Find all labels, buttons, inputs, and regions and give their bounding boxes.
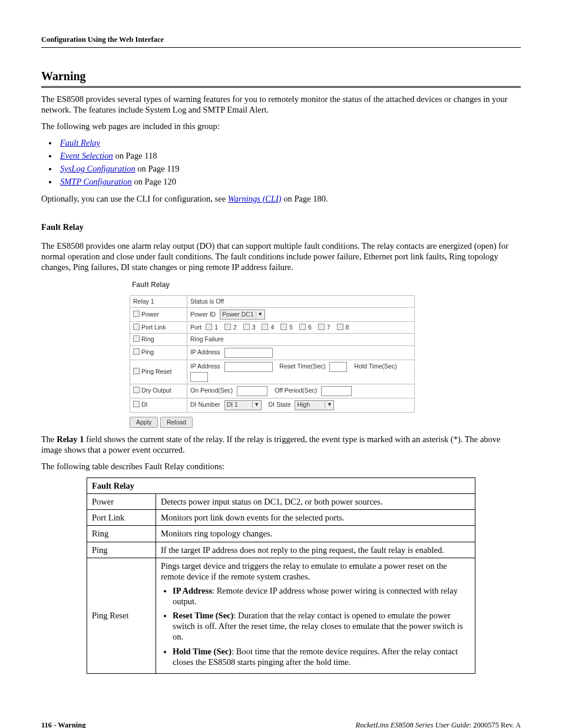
power-id-dropdown[interactable]: Power DC1▼	[220, 309, 265, 319]
form-table: Relay 1 Status is Off Power Power ID Pow…	[130, 295, 415, 412]
port-1-checkbox[interactable]	[206, 324, 212, 330]
pingreset-items: IP Address: Remote device IP address who…	[161, 585, 470, 667]
table-row: Power Detects power input status on DC1,…	[87, 494, 475, 510]
ping-ip-label: IP Address	[190, 348, 220, 355]
reset-time-label: Reset Time(Sec)	[279, 363, 325, 370]
reload-button[interactable]: Reload	[160, 417, 193, 428]
pingreset-ip-label: IP Address	[190, 363, 220, 370]
page-footer: 116 - Warning RocketLinx ES8508 Series U…	[41, 721, 521, 728]
list-item: SMTP Configuration on Page 120	[58, 176, 521, 187]
table-row: Ping Reset Pings target device and trigg…	[87, 558, 475, 673]
di-state-dropdown[interactable]: High▼	[295, 400, 334, 410]
port-7-checkbox[interactable]	[318, 324, 325, 330]
reset-time-input[interactable]	[329, 362, 347, 372]
link-list: Fault Relay Event Selection on Page 118 …	[41, 137, 521, 187]
list-item: SysLog Configuration on Page 119	[58, 163, 521, 174]
on-period-label: On Period(Sec)	[190, 387, 233, 394]
chevron-down-icon: ▼	[252, 401, 261, 408]
di-state-label: DI State	[269, 401, 291, 408]
hold-time-input[interactable]	[190, 372, 208, 382]
list-item: IP Address: Remote device IP address who…	[173, 585, 470, 607]
off-period-label: Off Period(Sec)	[275, 387, 317, 394]
relay-label: Relay 1	[130, 296, 187, 308]
fault-relay-form: Fault Relay Relay 1 Status is Off Power …	[130, 281, 415, 428]
pingreset-checkbox[interactable]	[133, 368, 140, 374]
table-row: Ring Monitors ring topology changes.	[87, 526, 475, 542]
page-title: Warning	[41, 69, 521, 88]
relay-status: Status is Off	[187, 296, 415, 308]
footer-right: RocketLinx ES8508 Series User Guide: 200…	[356, 721, 521, 728]
chevron-down-icon: ▼	[256, 311, 265, 318]
power-id-label: Power ID	[190, 311, 216, 318]
list-item: Reset Time (Sec): Duration that the rela…	[173, 610, 470, 642]
apply-button[interactable]: Apply	[130, 417, 158, 428]
port-6-checkbox[interactable]	[299, 324, 306, 330]
event-selection-link[interactable]: Event Selection	[60, 151, 113, 160]
di-number-label: DI Number	[190, 401, 220, 408]
form-title: Fault Relay	[132, 281, 415, 289]
table-lead: The following table describes Fault Rela…	[41, 461, 521, 472]
list-item: Hold Time (Sec): Boot time that the remo…	[173, 646, 470, 667]
page-header: Configuration Using the Web Interface	[41, 35, 521, 48]
breadcrumb: Configuration Using the Web Interface	[41, 35, 164, 44]
di-checkbox[interactable]	[133, 401, 140, 407]
hold-time-label: Hold Time(Sec)	[354, 363, 396, 370]
off-period-input[interactable]	[321, 386, 352, 396]
intro-paragraph-2: The following web pages are included in …	[41, 121, 521, 131]
syslog-config-link[interactable]: SysLog Configuration	[60, 164, 135, 173]
pingreset-ip-input[interactable]	[224, 362, 273, 372]
list-item: Fault Relay	[58, 137, 521, 148]
fault-relay-link[interactable]: Fault Relay	[60, 138, 100, 147]
portlink-checkbox[interactable]	[133, 324, 140, 330]
port-5-checkbox[interactable]	[280, 324, 287, 330]
cli-note: Optionally, you can use the CLI for conf…	[41, 193, 521, 204]
footer-left: 116 - Warning	[41, 721, 85, 728]
ring-value: Ring Failure	[187, 334, 415, 345]
table-row: Ping If the target IP address does not r…	[87, 542, 475, 558]
dryoutput-checkbox[interactable]	[133, 387, 140, 393]
power-checkbox[interactable]	[133, 311, 140, 317]
on-period-input[interactable]	[237, 386, 267, 396]
intro-paragraph-1: The ES8508 provides several types of war…	[41, 94, 521, 115]
list-item: Event Selection on Page 118	[58, 150, 521, 161]
port-8-checkbox[interactable]	[337, 324, 343, 330]
port-2-checkbox[interactable]	[224, 324, 231, 330]
port-4-checkbox[interactable]	[262, 324, 268, 330]
ping-ip-input[interactable]	[224, 348, 273, 358]
port-label: Port	[190, 324, 201, 331]
chevron-down-icon: ▼	[325, 401, 333, 408]
subsection-heading: Fault Relay	[41, 222, 521, 232]
smtp-config-link[interactable]: SMTP Configuration	[60, 177, 132, 186]
port-3-checkbox[interactable]	[243, 324, 250, 330]
table-header: Fault Relay	[87, 478, 475, 494]
fault-relay-table: Fault Relay Power Detects power input st…	[87, 477, 475, 674]
fault-relay-desc: The ES8508 provides one alarm relay outp…	[41, 241, 521, 272]
ping-checkbox[interactable]	[133, 348, 140, 355]
relay1-note: The Relay 1 field shows the current stat…	[41, 434, 521, 455]
ring-checkbox[interactable]	[133, 335, 140, 342]
warnings-cli-link[interactable]: Warnings (CLI)	[228, 194, 282, 203]
table-row: Port Link Monitors port link down events…	[87, 510, 475, 526]
di-number-dropdown[interactable]: DI 1▼	[224, 400, 262, 410]
